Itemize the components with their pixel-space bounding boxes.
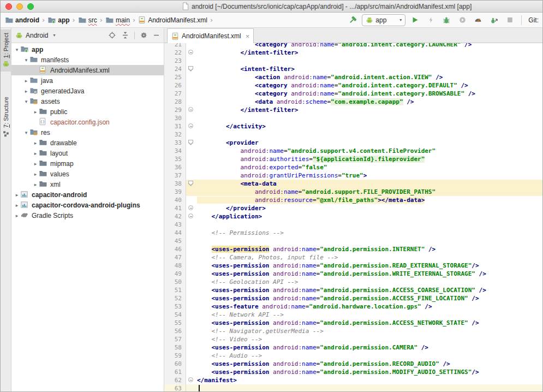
fold-collapse-icon[interactable] (188, 377, 193, 382)
code-text[interactable]: <category android:name="android.intent.c… (196, 81, 542, 90)
tree-item-values[interactable]: ▸values (11, 169, 164, 179)
project-view-selector[interactable]: Android ▾ (15, 32, 55, 39)
debug-button[interactable] (440, 14, 453, 26)
tree-item-capacitor-config-json[interactable]: {}capacitor.config.json (11, 117, 164, 127)
code-text[interactable]: <uses-permission android:name="android.p… (196, 360, 542, 368)
expand-arrow-icon[interactable]: ▸ (32, 151, 39, 156)
expand-arrow-icon[interactable]: ▸ (23, 88, 29, 94)
expand-arrow-icon[interactable]: ▾ (14, 47, 20, 52)
attach-debugger-button[interactable] (487, 14, 500, 26)
stop-button[interactable] (503, 14, 516, 26)
fold-collapse-icon[interactable] (188, 213, 193, 218)
code-text[interactable]: </provider> (196, 204, 542, 212)
code-text[interactable] (196, 384, 542, 392)
code-text[interactable]: </application> (196, 212, 542, 221)
code-text[interactable] (196, 237, 542, 245)
expand-arrow-icon[interactable]: ▸ (14, 192, 20, 198)
fold-collapse-icon[interactable] (188, 205, 193, 210)
breadcrumb-item-android[interactable]: android (4, 16, 40, 25)
breadcrumb-item-main[interactable]: main (105, 16, 130, 25)
tree-item-gradle-scripts[interactable]: ▸Gradle Scripts (11, 210, 164, 221)
close-window-button[interactable] (5, 3, 12, 10)
code-text[interactable]: </activity> (196, 122, 542, 130)
tree-item-layout[interactable]: ▸layout (11, 148, 164, 158)
code-text[interactable]: <uses-permission android:name="android.p… (196, 368, 542, 376)
code-text[interactable]: <uses-permission android:name="android.p… (196, 262, 542, 270)
tree-item-app[interactable]: ▾app (11, 44, 164, 55)
fold-expand-icon[interactable] (188, 181, 193, 186)
coverage-button[interactable] (456, 14, 469, 26)
tree-item-mipmap[interactable]: ▸mipmap (11, 158, 164, 169)
code-text[interactable]: <!-- Network API --> (196, 311, 542, 319)
tree-item-manifests[interactable]: ▾manifests (11, 55, 164, 65)
expand-arrow-icon[interactable]: ▸ (14, 213, 20, 218)
code-text[interactable]: <uses-permission android:name="android.p… (196, 270, 542, 278)
locate-icon[interactable] (108, 31, 116, 39)
code-text[interactable]: <!-- Audio --> (196, 352, 542, 360)
expand-arrow-icon[interactable]: ▾ (23, 130, 29, 135)
tree-item-public[interactable]: ▸public (11, 106, 164, 117)
tree-item-java[interactable]: ▸java (11, 75, 164, 86)
expand-arrow-icon[interactable]: ▾ (23, 57, 29, 63)
tree-item-androidmanifest-xml[interactable]: AndroidManifest.xml (11, 65, 164, 75)
collapse-all-icon[interactable] (121, 31, 129, 39)
code-text[interactable]: <!-- Navigator.getUserMedia --> (196, 327, 542, 335)
close-icon[interactable]: × (246, 33, 250, 40)
breadcrumb-item-androidmanifest-xml[interactable]: AndroidManifest.xml (138, 15, 208, 25)
editor-tab-androidmanifest[interactable]: AndroidManifest.xml × (167, 28, 254, 43)
code-text[interactable]: <uses-permission android:name="android.p… (196, 286, 542, 294)
tree-item-assets[interactable]: ▾assets (11, 96, 164, 106)
fold-collapse-icon[interactable] (188, 107, 193, 112)
code-text[interactable]: android:resource="@xml/file_paths"></met… (196, 196, 542, 204)
build-button[interactable] (346, 14, 359, 26)
expand-arrow-icon[interactable]: ▸ (32, 182, 39, 187)
fold-expand-icon[interactable] (188, 140, 193, 145)
code-text[interactable] (196, 221, 542, 229)
zoom-window-button[interactable] (27, 3, 34, 10)
git-label[interactable]: Git: (527, 16, 540, 24)
code-text[interactable] (196, 114, 542, 122)
expand-arrow-icon[interactable]: ▸ (32, 109, 39, 115)
code-text[interactable]: </intent-filter> (196, 49, 542, 57)
code-text[interactable]: <uses-permission android:name="android.p… (196, 245, 542, 253)
run-button[interactable] (408, 14, 421, 26)
code-text[interactable]: <category android:name="android.intent.c… (196, 90, 542, 98)
tool-window-button-structure[interactable]: 7: Structure (1, 93, 11, 141)
code-text[interactable]: </intent-filter> (196, 106, 542, 114)
run-config-select[interactable]: app▾ (362, 14, 405, 26)
tree-item-res[interactable]: ▾res (11, 127, 164, 138)
code-text[interactable]: <!-- Geolocation API --> (196, 278, 542, 286)
tree-item-xml[interactable]: ▸xml (11, 179, 164, 189)
profiler-button[interactable] (472, 14, 485, 26)
code-text[interactable]: <data android:scheme="com.example.capapp… (196, 98, 542, 106)
code-text[interactable]: android:name="android.support.v4.content… (196, 147, 542, 155)
expand-arrow-icon[interactable]: ▸ (32, 171, 39, 177)
breadcrumb-item-app[interactable]: app (47, 16, 70, 25)
code-text[interactable]: <uses-permission android:name="android.p… (196, 319, 542, 327)
expand-arrow-icon[interactable]: ▸ (23, 78, 29, 84)
code-text[interactable]: <!-- Permissions --> (196, 229, 542, 237)
code-text[interactable]: <!-- Video --> (196, 335, 542, 343)
code-text[interactable]: <provider (196, 139, 542, 147)
fold-collapse-icon[interactable] (188, 123, 193, 128)
expand-arrow-icon[interactable]: ▸ (32, 161, 39, 167)
code-text[interactable]: <!-- Camera, Photos, input file --> (196, 253, 542, 262)
tree-item-capacitor-cordova-android-plugins[interactable]: ▸capacitor-cordova-android-plugins (11, 200, 164, 210)
minimize-window-button[interactable] (16, 3, 23, 10)
code-text[interactable]: android:grantUriPermissions="true"> (196, 171, 542, 180)
tree-item-generatedjava[interactable]: ▸generatedJava (11, 86, 164, 96)
code-area[interactable]: 21 <category android:name="android.inten… (164, 43, 542, 392)
code-text[interactable] (196, 57, 542, 65)
code-text[interactable]: <uses-permission android:name="android.p… (196, 294, 542, 302)
tree-item-capacitor-android[interactable]: ▸capacitor-android (11, 189, 164, 200)
settings-icon[interactable] (140, 31, 148, 39)
code-text[interactable]: <category android:name="android.intent.c… (196, 43, 542, 49)
fold-expand-icon[interactable] (188, 66, 193, 72)
code-text[interactable]: android:name="android.support.FILE_PROVI… (196, 188, 542, 196)
code-text[interactable]: <action android:name="android.intent.act… (196, 73, 542, 81)
code-text[interactable]: <meta-data (196, 180, 542, 188)
expand-arrow-icon[interactable]: ▾ (23, 99, 29, 104)
code-text[interactable]: <uses-permission android:name="android.p… (196, 343, 542, 352)
breadcrumb-item-src[interactable]: src (77, 16, 98, 25)
code-text[interactable] (196, 130, 542, 139)
